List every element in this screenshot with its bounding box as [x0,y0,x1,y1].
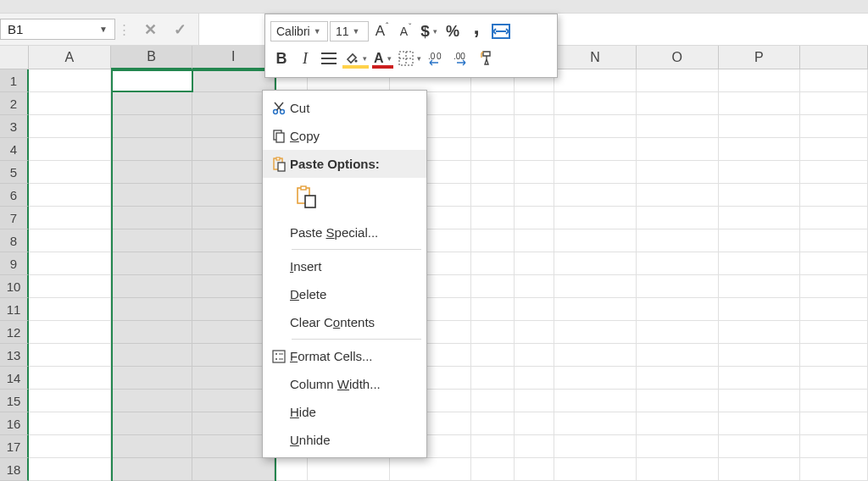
ctx-label: Paste Special... [290,225,418,240]
font-family-value: Calibri [276,25,310,38]
svg-text:.00: .00 [453,52,465,61]
column-header[interactable] [800,46,868,69]
fill-color-icon[interactable]: ▾ [342,47,370,69]
ctx-cut[interactable]: Cut [263,94,426,122]
ctx-hide[interactable]: Hide [263,398,426,426]
decrease-font-icon[interactable]: Aˇ [394,20,416,42]
row-header[interactable]: 2 [0,92,29,115]
row-header[interactable]: 5 [0,161,29,184]
ctx-copy[interactable]: Copy [263,122,426,150]
spreadsheet-grid: ABIMNOP 123456789101112131415161718 [0,46,868,481]
svg-rect-20 [278,163,285,171]
svg-rect-24 [273,351,285,362]
titlebar-strip [0,0,868,14]
font-size-select[interactable]: 11 ▼ [330,21,369,41]
row-header[interactable]: 17 [0,435,29,458]
svg-text:.0: .0 [428,52,436,61]
ctx-column-width[interactable]: Column Width... [263,370,426,398]
merge-center-icon[interactable] [489,20,513,42]
currency-format-icon[interactable]: $▾ [418,20,440,42]
row-header[interactable]: 16 [0,412,29,435]
separator: ⋮ [115,14,132,45]
svg-rect-17 [276,133,284,142]
ctx-format-cells[interactable]: Format Cells... [263,342,426,370]
cancel-formula-icon[interactable]: ✕ [144,22,157,37]
increase-font-icon[interactable]: Aˆ [370,20,392,42]
percent-format-icon[interactable]: % [442,20,464,42]
column-header[interactable]: I [192,46,275,69]
column-header[interactable]: P [719,46,801,69]
mini-toolbar: Calibri ▼ 11 ▼ Aˆ Aˇ $▾ % , B I ▾ [264,14,558,78]
row-header[interactable]: 18 [0,458,29,481]
ctx-delete[interactable]: Delete [263,280,426,308]
svg-point-12 [274,109,278,113]
font-size-value: 11 [336,25,349,38]
ctx-label: Unhide [290,433,418,447]
svg-rect-19 [276,158,280,160]
row-header[interactable]: 3 [0,115,29,138]
column-header[interactable]: O [637,46,719,69]
row-header[interactable]: 1 [0,69,29,92]
bold-icon[interactable]: B [270,47,292,69]
chevron-down-icon[interactable]: ▼ [353,27,360,36]
column-header[interactable]: B [111,46,193,69]
ctx-label: Paste Options: [290,157,418,171]
font-family-select[interactable]: Calibri ▼ [270,21,328,41]
row-header[interactable]: 4 [0,138,29,161]
svg-point-26 [275,358,277,360]
ctx-unhide[interactable]: Unhide [263,426,426,454]
row-header[interactable]: 15 [0,390,29,412]
cells-area[interactable] [29,69,868,481]
font-color-icon[interactable]: A ▾ [371,47,394,69]
svg-point-25 [275,353,277,355]
row-header[interactable]: 9 [0,252,29,275]
column-header[interactable]: A [29,46,111,69]
borders-icon[interactable]: ▾ [396,47,424,69]
fx-buttons: ✕ ✓ [132,14,198,45]
svg-rect-23 [305,196,315,207]
ctx-label: Clear Contents [290,315,418,329]
accept-formula-icon[interactable]: ✓ [174,22,186,37]
decrease-decimal-icon[interactable]: .00 [451,47,475,69]
row-header[interactable]: 12 [0,321,29,344]
ctx-insert[interactable]: Insert [263,252,426,280]
ctx-paste-options-heading: Paste Options: [263,150,426,178]
row-header[interactable]: 8 [0,229,29,252]
clipboard-icon [268,157,290,172]
format-painter-icon[interactable] [476,47,498,69]
comma-format-icon[interactable]: , [465,20,487,42]
increase-decimal-icon[interactable]: .00 [426,47,449,69]
svg-point-13 [281,109,285,113]
row-header[interactable]: 11 [0,298,29,321]
context-menu: Cut Copy Paste Options: Paste Special...… [262,90,427,458]
ctx-label: Cut [290,101,418,115]
row-header[interactable]: 6 [0,184,29,207]
chevron-down-icon[interactable]: ▼ [314,27,321,36]
ctx-label: Hide [290,405,418,419]
ctx-paste-options-buttons [263,178,426,218]
paste-default-button[interactable] [292,183,320,212]
ctx-label: Copy [290,129,418,143]
ctx-label: Format Cells... [290,349,418,363]
chevron-down-icon[interactable]: ▼ [96,19,111,39]
italic-icon[interactable]: I [294,47,316,69]
name-box[interactable]: B1 ▼ [0,19,115,40]
ctx-paste-special[interactable]: Paste Special... [263,218,426,246]
name-box-value: B1 [8,22,23,36]
row-header[interactable]: 7 [0,207,29,229]
svg-point-5 [354,59,357,62]
ctx-label: Column Width... [290,377,418,391]
align-icon[interactable] [318,47,340,69]
row-header[interactable]: 13 [0,344,29,367]
svg-rect-22 [301,186,306,190]
column-header[interactable]: N [554,46,637,69]
row-header[interactable]: 10 [0,275,29,298]
copy-icon [268,129,290,144]
separator [292,339,421,340]
row-headers: 123456789101112131415161718 [0,69,29,481]
select-all-corner[interactable] [0,46,29,69]
ctx-clear-contents[interactable]: Clear Contents [263,308,426,336]
ctx-label: Delete [290,287,418,301]
scissors-icon [268,101,290,116]
row-header[interactable]: 14 [0,367,29,390]
